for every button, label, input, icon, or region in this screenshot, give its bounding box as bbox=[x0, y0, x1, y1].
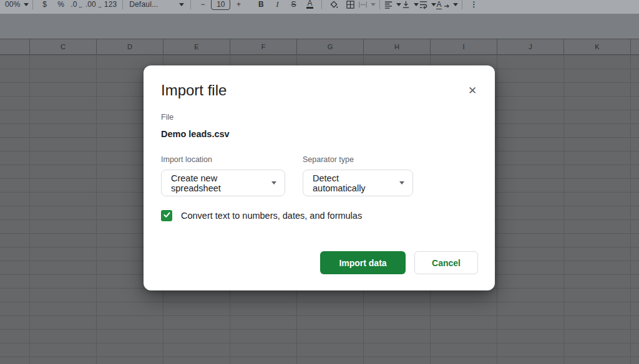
text-rotation-icon: A bbox=[436, 0, 441, 9]
separator-type-label: Separator type bbox=[303, 155, 354, 164]
chevron-down-icon bbox=[414, 3, 419, 6]
paint-bucket-icon bbox=[329, 0, 339, 9]
toolbar-divider bbox=[462, 0, 462, 9]
column-header[interactable]: C bbox=[29, 39, 96, 54]
toolbar-divider bbox=[32, 0, 33, 9]
percent-icon: % bbox=[57, 0, 64, 9]
format-percent-button[interactable]: % bbox=[53, 0, 69, 12]
cancel-button[interactable]: Cancel bbox=[414, 251, 478, 274]
app-window: 00% $ % .0 ← .00 → 123 Defaul bbox=[0, 0, 639, 364]
bold-button[interactable]: B bbox=[253, 0, 269, 12]
chevron-down-icon bbox=[431, 3, 436, 6]
toolbar-divider bbox=[190, 0, 191, 9]
import-location-dropdown[interactable]: Create new spreadsheet bbox=[161, 170, 285, 196]
column-header[interactable]: I bbox=[430, 39, 497, 54]
increase-decimal-icon: .00 bbox=[85, 0, 96, 9]
column-header-row: CDEFGHIJK bbox=[0, 39, 639, 55]
text-color-button[interactable]: A bbox=[301, 0, 318, 12]
vertical-align-button[interactable] bbox=[401, 0, 419, 12]
toolbar-divider bbox=[379, 0, 380, 9]
chevron-down-icon bbox=[271, 181, 276, 184]
strikethrough-icon: S bbox=[291, 0, 296, 9]
plus-icon: + bbox=[237, 0, 241, 9]
bold-icon: B bbox=[258, 0, 264, 9]
column-header[interactable]: J bbox=[497, 39, 563, 54]
import-data-button[interactable]: Import data bbox=[320, 251, 406, 274]
column-header[interactable]: K bbox=[563, 39, 630, 54]
checkmark-icon bbox=[163, 210, 171, 221]
decrease-font-size-button[interactable]: − bbox=[195, 0, 211, 12]
number-format-icon: 123 bbox=[104, 0, 117, 9]
more-options-button[interactable]: ⋮ bbox=[466, 0, 482, 12]
borders-button[interactable] bbox=[342, 0, 358, 12]
text-wrap-button[interactable] bbox=[419, 0, 436, 12]
toolbar-divider bbox=[122, 0, 123, 9]
vertical-align-icon bbox=[401, 0, 411, 9]
borders-icon bbox=[346, 0, 355, 9]
column-header-partial[interactable] bbox=[630, 39, 639, 54]
dialog-title: Import file bbox=[161, 82, 227, 99]
merge-cells-button bbox=[358, 0, 376, 12]
import-location-label: Import location bbox=[161, 155, 212, 164]
text-rotation-button[interactable]: A bbox=[436, 0, 457, 12]
column-header[interactable]: E bbox=[163, 39, 230, 54]
separator-type-dropdown[interactable]: Detect automatically bbox=[303, 170, 413, 196]
zoom-control[interactable]: 00% bbox=[5, 0, 29, 12]
chevron-down-icon bbox=[24, 3, 29, 6]
file-name: Demo leads.csv bbox=[161, 129, 230, 139]
text-wrap-icon bbox=[419, 0, 428, 9]
left-arrow-icon: ← bbox=[78, 3, 84, 9]
minus-icon: − bbox=[201, 0, 205, 9]
file-label: File bbox=[161, 113, 173, 122]
convert-text-row: Convert text to numbers, dates, and form… bbox=[161, 210, 362, 221]
font-family-value: Defaul... bbox=[129, 0, 159, 9]
decrease-decimal-button[interactable]: .0 ← bbox=[69, 0, 85, 12]
right-arrow-icon: → bbox=[97, 3, 102, 9]
convert-text-checkbox[interactable] bbox=[161, 210, 172, 221]
toolbar: 00% $ % .0 ← .00 → 123 Defaul bbox=[0, 0, 639, 14]
formula-bar-area bbox=[0, 14, 639, 39]
font-family-selector[interactable]: Defaul... bbox=[127, 0, 187, 12]
column-header[interactable]: H bbox=[363, 39, 430, 54]
chevron-down-icon bbox=[179, 3, 184, 6]
chevron-down-icon bbox=[371, 3, 376, 6]
increase-decimal-button[interactable]: .00 → bbox=[85, 0, 103, 12]
toolbar-divider bbox=[321, 0, 322, 9]
column-header[interactable]: G bbox=[296, 39, 363, 54]
column-header[interactable]: F bbox=[230, 39, 296, 54]
column-header[interactable]: D bbox=[96, 39, 163, 54]
italic-icon: I bbox=[276, 0, 278, 9]
strikethrough-button[interactable]: S bbox=[285, 0, 301, 12]
separator-type-value: Detect automatically bbox=[313, 173, 393, 193]
decrease-decimal-icon: .0 bbox=[71, 0, 77, 9]
text-color-icon: A bbox=[306, 0, 313, 9]
font-size-input[interactable]: 10 bbox=[211, 0, 230, 12]
chevron-down-icon bbox=[396, 3, 401, 6]
convert-text-label: Convert text to numbers, dates, and form… bbox=[181, 211, 362, 221]
chevron-down-icon bbox=[399, 181, 404, 184]
column-header-partial[interactable] bbox=[0, 39, 29, 54]
zoom-value: 00% bbox=[5, 0, 21, 9]
arrow-right-icon bbox=[444, 1, 450, 7]
format-currency-button[interactable]: $ bbox=[37, 0, 53, 12]
more-formats-button[interactable]: 123 bbox=[102, 0, 119, 12]
horizontal-align-button[interactable] bbox=[384, 0, 401, 12]
merge-cells-icon bbox=[358, 0, 368, 9]
close-icon[interactable]: ✕ bbox=[465, 83, 480, 98]
kebab-menu-icon: ⋮ bbox=[471, 0, 478, 9]
currency-icon: $ bbox=[42, 0, 47, 9]
fill-color-button[interactable] bbox=[326, 0, 342, 12]
increase-font-size-button[interactable]: + bbox=[230, 0, 246, 12]
align-left-icon bbox=[384, 0, 393, 9]
chevron-down-icon bbox=[453, 3, 458, 6]
import-location-value: Create new spreadsheet bbox=[171, 173, 265, 193]
italic-button[interactable]: I bbox=[269, 0, 285, 12]
import-file-dialog: Import file ✕ File Demo leads.csv Import… bbox=[144, 65, 495, 290]
